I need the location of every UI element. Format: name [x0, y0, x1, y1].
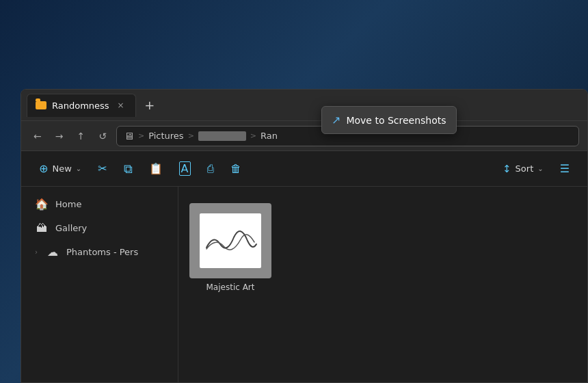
tooltip-arrow-icon: ↗ [332, 114, 340, 127]
file-thumbnail [189, 203, 271, 278]
path-sep-1: > [138, 131, 144, 140]
main-content: 🏠 Home 🏔 Gallery › ☁ Phantoms - Pers [21, 187, 587, 383]
path-randomness-short: Ran [260, 131, 278, 141]
path-sep-2: > [188, 131, 194, 140]
path-pictures: Pictures [148, 131, 183, 141]
copy-button[interactable]: ⧉ [117, 157, 139, 181]
sort-label: Sort [516, 163, 534, 174]
gallery-icon: 🏔 [35, 222, 49, 235]
sidebar: 🏠 Home 🏔 Gallery › ☁ Phantoms - Pers [21, 187, 178, 383]
title-bar: Randomness × + [21, 90, 587, 121]
new-chevron: ⌄ [76, 165, 81, 172]
sidebar-label-gallery: Gallery [55, 223, 87, 233]
list-item[interactable]: Majestic Art [189, 198, 271, 298]
refresh-button[interactable]: ↺ [94, 128, 111, 144]
back-button[interactable]: ← [29, 128, 46, 144]
up-button[interactable]: ↑ [72, 128, 89, 144]
file-area: Majestic Art [178, 187, 587, 383]
active-tab[interactable]: Randomness × [27, 94, 136, 117]
tooltip-message: Move to Screenshots [346, 115, 446, 126]
sidebar-item-gallery[interactable]: 🏔 Gallery [24, 216, 175, 240]
cut-icon: ✂ [98, 162, 107, 175]
new-tab-button[interactable]: + [140, 96, 159, 115]
context-tooltip: ↗ Move to Screenshots [321, 106, 457, 134]
delete-button[interactable]: 🗑 [224, 158, 248, 179]
share-icon: ⎙ [207, 162, 214, 175]
path-chevron: > [250, 131, 256, 140]
cut-button[interactable]: ✂ [91, 158, 113, 179]
sidebar-label-phantoms: Phantoms - Pers [66, 247, 138, 257]
sort-chevron: ⌄ [537, 165, 543, 172]
home-icon: 🏠 [35, 198, 49, 211]
view-button[interactable]: ☰ [553, 158, 576, 179]
new-icon: ⊕ [39, 162, 48, 175]
view-icon: ☰ [560, 162, 570, 175]
new-button[interactable]: ⊕ New ⌄ [32, 158, 88, 179]
folder-icon [36, 101, 46, 109]
sort-button[interactable]: ↕ Sort ⌄ [496, 159, 550, 179]
expand-chevron: › [35, 248, 38, 256]
paste-button[interactable]: 📋 [142, 158, 170, 179]
share-button[interactable]: ⎙ [200, 158, 221, 179]
cloud-icon: ☁ [46, 246, 59, 259]
delete-icon: 🗑 [230, 162, 241, 175]
sort-icon: ↕ [503, 163, 511, 175]
monitor-icon: 🖥 [124, 130, 134, 142]
file-name: Majestic Art [206, 282, 255, 292]
sidebar-item-home[interactable]: 🏠 Home [24, 192, 175, 216]
tab-close-button[interactable]: × [115, 99, 127, 111]
path-blurred-segment [198, 131, 246, 141]
paste-icon: 📋 [149, 162, 163, 175]
rename-button[interactable]: A [172, 157, 198, 180]
toolbar: ⊕ New ⌄ ✂ ⧉ 📋 A ⎙ 🗑 ↕ Sort ⌄ ☰ [21, 151, 587, 187]
address-bar: ← → ↑ ↺ 🖥 > Pictures > > Ran [21, 121, 587, 151]
file-explorer-window: Randomness × + ← → ↑ ↺ 🖥 > Pictures > > … [21, 89, 588, 383]
new-label: New [52, 163, 71, 174]
rename-icon: A [179, 161, 191, 176]
thumbnail-preview [200, 213, 261, 268]
tab-title: Randomness [52, 101, 109, 111]
thumbnail-svg [203, 220, 258, 261]
sidebar-item-phantoms[interactable]: › ☁ Phantoms - Pers [24, 240, 175, 264]
forward-button[interactable]: → [51, 128, 68, 144]
copy-icon: ⧉ [124, 161, 133, 176]
sidebar-label-home: Home [55, 199, 81, 209]
